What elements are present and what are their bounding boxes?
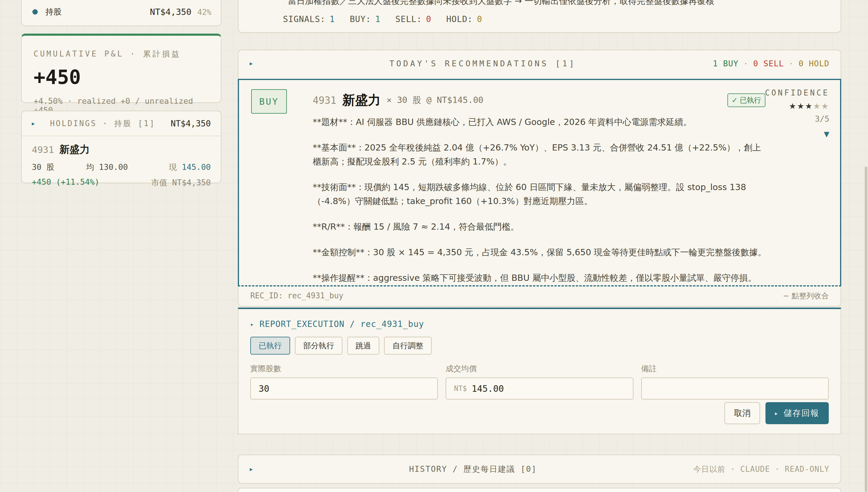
actual-shares-box[interactable] xyxy=(250,377,438,399)
stars-empty-icon: ★★ xyxy=(813,101,830,110)
signals-count: 1 xyxy=(330,14,335,24)
history-expander-icon[interactable]: ▸ xyxy=(250,466,253,472)
report-execution-title: ▸ REPORT_EXECUTION / rec_4931_buy xyxy=(238,309,841,329)
buy-action-badge: BUY xyxy=(251,89,287,114)
avg-price-box[interactable]: NT$ xyxy=(446,377,633,399)
analysis-fundamentals: **基本面**：2025 全年稅後純益 2.04 億（+26.7% YoY）、E… xyxy=(313,141,767,169)
buy-count: 1 xyxy=(375,14,380,24)
actual-shares-label: 實際股數 xyxy=(250,364,438,374)
history-title: HISTORY / 歷史每日建議 [0] xyxy=(253,464,693,474)
recommendation-analysis: **題材**：AI 伺服器 BBU 供應鏈核心，已打入 AWS / Google… xyxy=(313,115,767,297)
analysis-technicals: **技術面**：現價約 145，短期跌破多條均線、位於 60 日區間下緣、量未放… xyxy=(313,180,767,208)
holdings-title: HOLDINGS · 持股 [1] xyxy=(35,118,170,129)
market-summary-card: 當日加權指數／三大法人盤後完整數據尚未接收到大盤數字 → 一切輸出僅依盤後分析，… xyxy=(238,0,841,33)
holdings-card: ▸ HOLDINGS · 持股 [1] NT$4,350 4931 新盛力 30… xyxy=(21,110,221,183)
holding-current-price: 現 145.00 xyxy=(146,162,211,173)
save-arrow-icon: ▸ xyxy=(775,410,778,416)
note-box[interactable] xyxy=(641,377,829,399)
cumulative-pnl-card: CUMULATIVE P&L · 累計損益 +450 +4.50% · real… xyxy=(21,33,221,103)
holding-market-value: 市值 NT$4,350 xyxy=(151,177,211,188)
holdings-total: NT$4,350 xyxy=(170,119,211,128)
trading-dashboard: { "colors": { "accent_teal": "#2e6f80", … xyxy=(0,0,868,492)
allocation-percent: 42% xyxy=(198,8,211,17)
signals-row: SIGNALS: 1 BUY: 1 SELL: 0 HOLD: 0 xyxy=(283,14,482,24)
save-report-button[interactable]: ▸ 儲存回報 xyxy=(765,402,829,424)
confidence-block: CONFIDENCE ★★★★★ 3/5 ▼ xyxy=(765,88,830,138)
holding-pnl: +450 (+11.54%) xyxy=(32,177,100,188)
toggle-skipped[interactable]: 跳過 xyxy=(347,337,379,354)
market-note-clipped: 當日加權指數／三大法人盤後完整數據尚未接收到大盤數字 → 一切輸出僅依盤後分析，… xyxy=(288,0,714,7)
hold-count: 0 xyxy=(477,14,482,24)
scrollbar-thumb[interactable] xyxy=(865,167,867,492)
rec-id: REC_ID: rec_4931_buy xyxy=(250,291,343,300)
report-execution-panel: ▸ REPORT_EXECUTION / rec_4931_buy 已執行 部分… xyxy=(238,308,841,434)
report-expander-icon[interactable]: ▸ xyxy=(250,321,254,327)
analysis-position-sizing: **金額控制**：30 股 × 145 = 4,350 元，占現金 43.5%，… xyxy=(313,245,767,260)
avg-price-field-group: 成交均價 NT$ xyxy=(446,364,633,399)
stock-name: 新盛力 xyxy=(342,92,380,109)
holding-name: 新盛力 xyxy=(59,143,90,156)
scrollbar-track[interactable] xyxy=(864,0,868,492)
collapse-card-icon[interactable]: ▼ xyxy=(765,130,830,138)
sell-count: 0 xyxy=(426,14,431,24)
execution-status-toggles: 已執行 部分執行 跳過 自行調整 xyxy=(250,337,829,354)
holdings-header[interactable]: ▸ HOLDINGS · 持股 [1] NT$4,350 xyxy=(22,111,221,136)
pnl-title: CUMULATIVE P&L · 累計損益 xyxy=(33,49,209,59)
recommendation-card: BUY 4931 新盛力 × 30 股 @ NT$145.00 ✓ 已執行 CO… xyxy=(238,79,841,287)
recommendations-counts: 1 BUY · 0 SELL · 0 HOLD xyxy=(713,59,830,68)
stars-filled-icon: ★★★ xyxy=(789,101,813,110)
confidence-score: 3/5 xyxy=(765,114,830,123)
holding-shares: 30 股 xyxy=(32,162,86,173)
holdings-expander-icon[interactable]: ▸ xyxy=(32,121,35,126)
recommendations-expander-icon[interactable]: ▸ xyxy=(250,60,253,66)
holding-avg-price: 均 130.00 xyxy=(86,162,146,173)
toggle-executed[interactable]: 已執行 xyxy=(250,337,290,354)
toggle-partial[interactable]: 部分執行 xyxy=(295,337,342,354)
next-section-edge xyxy=(238,488,841,492)
allocation-label: 持股 xyxy=(46,6,61,17)
actual-shares-input[interactable] xyxy=(259,384,429,394)
allocation-card: 持股 NT$4,350 42% xyxy=(21,0,221,26)
note-field-group: 備註 xyxy=(641,364,829,399)
confidence-label: CONFIDENCE xyxy=(765,88,830,97)
holdings-bullet-icon xyxy=(32,9,38,15)
cancel-button[interactable]: 取消 xyxy=(725,402,760,424)
recommendations-title: TODAY'S RECOMMENDATIONS [1] xyxy=(253,59,713,68)
history-meta: 今日以前 · CLAUDE · READ-ONLY xyxy=(693,464,830,474)
avg-price-label: 成交均價 xyxy=(446,364,633,374)
holding-item: 4931 新盛力 30 股 均 130.00 現 145.00 +450 (+1… xyxy=(22,136,221,188)
toggle-adjusted[interactable]: 自行調整 xyxy=(384,337,431,354)
analysis-risk-reward: **R/R**：報酬 15 / 風險 7 ≈ 2.14，符合最低門檻。 xyxy=(313,220,767,234)
allocation-row-holdings: 持股 NT$4,350 42% xyxy=(32,6,211,18)
note-label: 備註 xyxy=(641,364,829,374)
avg-price-input[interactable] xyxy=(472,384,625,394)
recommendations-header[interactable]: ▸ TODAY'S RECOMMENDATIONS [1] 1 BUY · 0 … xyxy=(238,50,841,76)
actual-shares-field-group: 實際股數 xyxy=(250,364,438,399)
holding-code: 4931 xyxy=(32,144,54,155)
recommendation-footer-row[interactable]: REC_ID: rec_4931_buy − 點整列收合 xyxy=(238,285,841,306)
confidence-stars: ★★★★★ xyxy=(765,101,830,110)
allocation-value: NT$4,350 xyxy=(150,7,191,17)
collapse-row-hint[interactable]: − 點整列收合 xyxy=(783,291,829,301)
note-input[interactable] xyxy=(650,384,820,394)
todays-recommendations-section: ▸ TODAY'S RECOMMENDATIONS [1] 1 BUY · 0 … xyxy=(238,50,841,307)
stock-code: 4931 xyxy=(313,95,336,106)
analysis-theme: **題材**：AI 伺服器 BBU 供應鏈核心，已打入 AWS / Google… xyxy=(313,115,767,129)
pnl-value: +450 xyxy=(33,66,209,89)
history-section-header[interactable]: ▸ HISTORY / 歷史每日建議 [0] 今日以前 · CLAUDE · R… xyxy=(238,454,841,484)
analysis-reminder: **操作提醒**：aggressive 策略下可接受波動，但 BBU 屬中小型股… xyxy=(313,271,767,285)
currency-prefix: NT$ xyxy=(454,384,467,393)
stock-qty-price: × 30 股 @ NT$145.00 xyxy=(387,94,483,106)
executed-status-badge: ✓ 已執行 xyxy=(728,93,765,107)
